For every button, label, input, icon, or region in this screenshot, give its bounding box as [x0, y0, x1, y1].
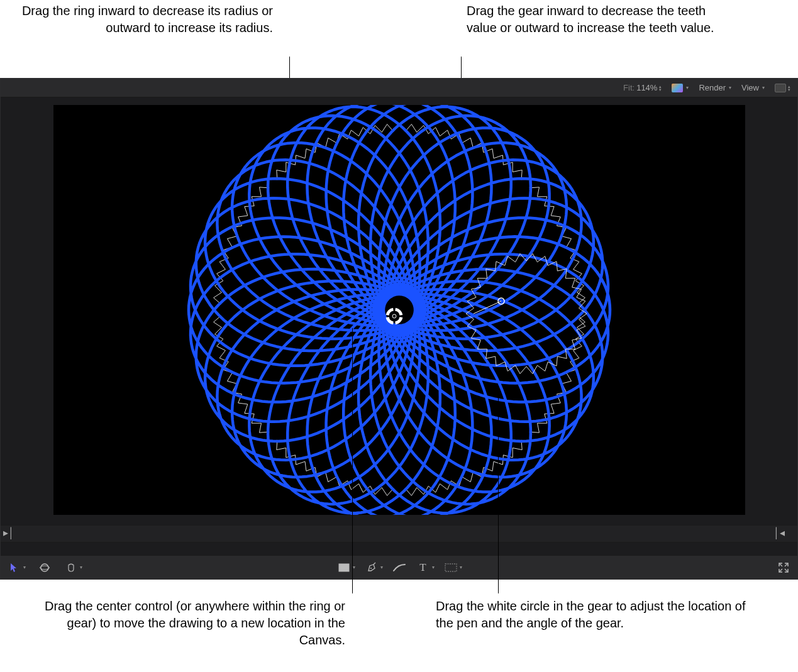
text-tool[interactable]: T ▾ [416, 560, 435, 575]
svg-point-3 [370, 568, 372, 569]
viewer-window: Fit: 114% ▴▾ ▾ Render ▾ View ▾ ▴▾ ▸│ [0, 78, 798, 580]
layout-icon [775, 84, 786, 92]
leader-center [352, 328, 353, 593]
svg-point-1 [40, 566, 50, 570]
center-dot[interactable] [392, 314, 396, 318]
chevron-down-icon: ▾ [460, 565, 462, 570]
text-icon: T [416, 560, 431, 575]
expand-arrows-icon [776, 560, 791, 575]
chevron-down-icon: ▾ [686, 85, 689, 91]
color-channel-popup[interactable]: ▾ [670, 84, 690, 92]
chevron-down-icon: ▾ [729, 85, 731, 91]
canvas-bottom-toolbar: ▾ ▾ ▾ ▾ [1, 555, 797, 579]
orbit-tool[interactable] [37, 560, 52, 575]
select-tool[interactable]: ▾ [7, 560, 26, 575]
center-control[interactable] [387, 317, 393, 323]
svg-rect-4 [445, 564, 457, 571]
hand-icon [64, 560, 79, 575]
center-control[interactable] [395, 317, 401, 323]
mask-tool[interactable]: ▾ [443, 560, 462, 575]
spirograph-overlay [53, 105, 745, 515]
callout-gear: Drag the gear inward to decrease the tee… [467, 3, 731, 36]
canvas[interactable] [53, 105, 745, 515]
stepper-icon: ▴▾ [788, 85, 790, 91]
fullscreen-button[interactable] [776, 560, 791, 575]
canvas-area [1, 97, 797, 525]
play-range-start-icon[interactable]: ▸│ [3, 527, 14, 539]
svg-point-0 [41, 564, 48, 571]
rectangle-icon [336, 560, 352, 575]
svg-rect-2 [339, 564, 349, 571]
brush-stroke-icon [392, 560, 407, 575]
stepper-icon: ▴▾ [659, 85, 662, 91]
color-swatch-icon [672, 84, 683, 92]
leader-pen [498, 386, 499, 593]
chevron-down-icon: ▾ [762, 85, 765, 91]
viewer-top-toolbar: Fit: 114% ▴▾ ▾ Render ▾ View ▾ ▴▾ [1, 79, 797, 97]
chevron-down-icon: ▾ [80, 565, 82, 570]
chevron-down-icon: ▾ [353, 565, 355, 570]
orbit-icon [37, 560, 52, 575]
chevron-down-icon: ▾ [432, 565, 435, 570]
mask-rect-icon [443, 560, 458, 575]
timeline-gap [1, 543, 797, 555]
view-popup[interactable]: View ▾ [740, 83, 767, 92]
fit-value: 114% [636, 83, 657, 92]
render-popup[interactable]: Render ▾ [697, 83, 733, 92]
fit-zoom-control[interactable]: Fit: 114% ▴▾ [621, 83, 663, 92]
render-label: Render [699, 83, 726, 92]
mini-timeline[interactable]: ▸│ │◂ [1, 525, 797, 543]
pen-nib-icon [364, 560, 379, 575]
chevron-down-icon: ▾ [23, 565, 26, 570]
paint-stroke-tool[interactable] [392, 560, 407, 575]
view-label: View [741, 83, 759, 92]
arrow-cursor-icon [7, 560, 22, 575]
center-control[interactable] [395, 309, 401, 315]
layout-popup[interactable]: ▴▾ [773, 84, 792, 92]
callout-pen: Drag the white circle in the gear to adj… [436, 598, 750, 632]
bezier-tool[interactable]: ▾ [364, 560, 383, 575]
chevron-down-icon: ▾ [380, 565, 383, 570]
pan-tool[interactable]: ▾ [64, 560, 82, 575]
callout-center: Drag the center control (or anywhere wit… [31, 598, 345, 649]
center-control[interactable] [387, 309, 393, 315]
fit-label: Fit: [623, 83, 635, 92]
callout-ring: Drag the ring inward to decrease its rad… [3, 3, 273, 36]
play-range-end-icon[interactable]: │◂ [773, 527, 785, 539]
